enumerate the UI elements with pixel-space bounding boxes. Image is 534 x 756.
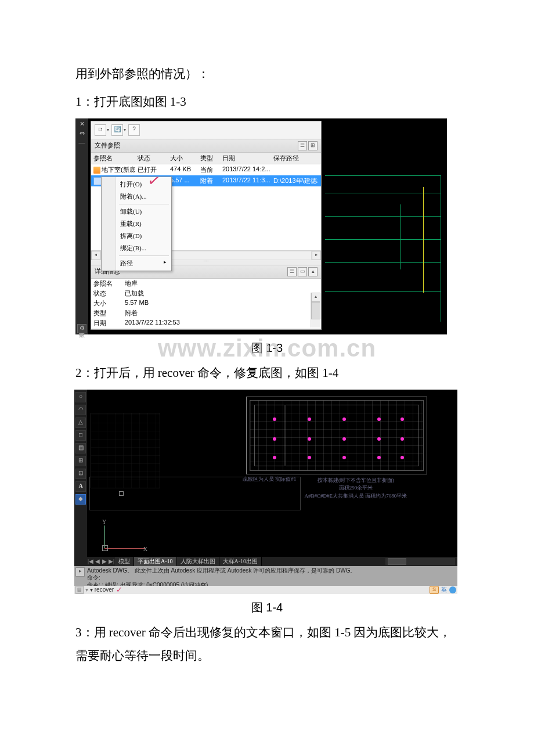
- col-path[interactable]: 保存路径: [271, 153, 317, 164]
- ime-indicator: S 英: [430, 586, 456, 594]
- tool-text-icon[interactable]: A: [75, 481, 86, 492]
- col-type[interactable]: 类型: [198, 153, 220, 164]
- detail-row: 状态已加载: [91, 289, 321, 298]
- figure-1-3-caption: 图 1-3: [75, 340, 459, 356]
- tab-prev-icon[interactable]: ◀: [94, 558, 101, 564]
- step-2: 2：打开后，用 recover 命令，修复底图，如图 1-4: [75, 362, 459, 385]
- ime-mode-icon[interactable]: [449, 586, 456, 593]
- v-scrollbar[interactable]: ▴: [311, 293, 320, 327]
- tool-grid-icon[interactable]: ⊡: [75, 469, 86, 479]
- minimize-icon[interactable]: —: [79, 139, 85, 146]
- detail-row: 参照名地库: [91, 279, 321, 289]
- preview-view-icon[interactable]: ▭: [298, 267, 307, 276]
- tab-layout-defense[interactable]: 人防大样出图: [177, 557, 219, 566]
- figure-1-4-caption: 图 1-4: [75, 600, 459, 615]
- tool-table-icon[interactable]: ⊞: [75, 456, 86, 466]
- panel-toolbar: 🗅 ▾ 🔄 ▾ ?: [91, 121, 321, 139]
- tool-arc-icon[interactable]: ◠: [75, 405, 86, 415]
- menu-reload[interactable]: 重载(R): [103, 218, 170, 230]
- tool-diamond-icon[interactable]: ◆: [75, 494, 86, 505]
- detail-row: 日期2013/7/22 11:32:53: [91, 318, 321, 328]
- tab-next-icon[interactable]: ▶: [101, 558, 108, 564]
- detail-row: 类型附着: [91, 308, 321, 318]
- cmd-line: 命令:: [87, 574, 455, 582]
- command-input-row: ▤ ▾ ▾ recover ✓ S 英: [74, 586, 457, 594]
- table-header: 参照名 状态 大小 类型 日期 保存路径: [91, 153, 321, 164]
- close-icon[interactable]: ✕: [80, 120, 85, 128]
- details-pane: 参照名地库 状态已加载 大小5.57 MB 类型附着 日期2013/7/22 1…: [91, 279, 321, 328]
- tool-rect-icon[interactable]: □: [75, 430, 86, 441]
- step-3: 3：用 recover 命令后出现修复的文本窗口，如图 1-5 因为底图比较大，…: [75, 621, 459, 668]
- tab-layout-detail-a10[interactable]: 大样A-10出图: [219, 557, 262, 566]
- attach-dwg-icon[interactable]: 🗅: [95, 124, 106, 136]
- collapse-icon[interactable]: ▴: [308, 267, 317, 276]
- menu-detach[interactable]: 拆离(D): [103, 230, 170, 242]
- chevron-down-icon[interactable]: ▾: [107, 127, 109, 132]
- refresh-icon[interactable]: 🔄: [111, 124, 123, 136]
- chevron-right-icon: ▸: [164, 259, 167, 265]
- col-name[interactable]: 参照名: [91, 153, 135, 164]
- figure-1-4: ○ ◠ △ □ ▧ ⊞ ⊡ A ◆: [74, 390, 457, 594]
- paragraph-context: 用到外部参照的情况）：: [75, 63, 459, 86]
- tab-scrollbar[interactable]: [385, 558, 455, 565]
- scroll-thumb[interactable]: [311, 302, 320, 319]
- menu-unload[interactable]: 卸载(U): [103, 206, 170, 218]
- list-view-icon[interactable]: ☰: [298, 141, 307, 150]
- tab-layout-a10[interactable]: 平面出图A-10: [134, 557, 177, 566]
- menu-path[interactable]: 路径▸: [103, 257, 170, 269]
- help-icon[interactable]: ?: [128, 124, 140, 136]
- col-status[interactable]: 状态: [135, 153, 168, 164]
- dock-icon[interactable]: ⇔: [80, 129, 85, 137]
- step-1: 1：打开底图如图 1-3: [75, 91, 459, 114]
- command-input[interactable]: ▾ recover: [90, 586, 114, 593]
- scroll-left-icon[interactable]: ◂: [91, 251, 100, 260]
- tool-circle-icon[interactable]: ○: [75, 392, 86, 402]
- viewport-frame: [89, 477, 301, 510]
- chevron-down-icon[interactable]: ▾: [124, 127, 126, 132]
- dwg-icon: [93, 167, 100, 174]
- col-size[interactable]: 大小: [168, 153, 198, 164]
- scroll-up-icon[interactable]: ▴: [311, 293, 320, 302]
- command-prompt-icon[interactable]: ▤: [75, 586, 84, 594]
- figure-1-3: ✕ ⇔ — 外部参照 ⚙ 🗅 ▾ 🔄 ▾ ? 文件参照 ☰ ⊞ 参照名: [75, 118, 447, 334]
- tool-hatch-icon[interactable]: ▧: [75, 443, 86, 453]
- xref-icon: [93, 177, 102, 185]
- tool-palette: ○ ◠ △ □ ▧ ⊞ ⊡ A ◆: [74, 390, 87, 581]
- layout-tabs: |◀ ◀ ▶ ▶| 模型 平面出图A-10 人防大样出图 大样A-10出图: [87, 557, 457, 566]
- tab-first-icon[interactable]: |◀: [87, 558, 94, 564]
- table-row[interactable]: 地下室(新底... 已打开 474 KB 当前 2013/7/22 14:2..…: [91, 164, 321, 175]
- command-history: ▸ Autodesk DWG。 此文件上次由 Autodesk 应用程序或 Au…: [74, 566, 457, 586]
- annotation-check-icon: ✓: [116, 585, 122, 594]
- file-refs-header: 文件参照 ☰ ⊞: [91, 139, 321, 153]
- cad-canvas[interactable]: 疏散区为人员 实际值#1 按本栋建(时下不含车位且非折面) 面积290余平米 A…: [87, 390, 457, 557]
- command-area-icon[interactable]: ▸: [75, 567, 85, 577]
- details-view-icon[interactable]: ☰: [287, 267, 297, 276]
- tab-model[interactable]: 模型: [115, 557, 134, 566]
- detail-row: 大小5.57 MB: [91, 298, 321, 308]
- menu-bind[interactable]: 绑定(B)...: [103, 242, 170, 254]
- tab-last-icon[interactable]: ▶|: [108, 558, 115, 564]
- tree-view-icon[interactable]: ⊞: [308, 141, 317, 150]
- ime-s-icon[interactable]: S: [430, 586, 439, 594]
- tool-triangle-icon[interactable]: △: [75, 417, 86, 428]
- col-date[interactable]: 日期: [220, 153, 271, 164]
- panel-drag-bar[interactable]: ✕ ⇔ —: [75, 118, 88, 334]
- cmd-line: Autodesk DWG。 此文件上次由 Autodesk 应用程序或 Auto…: [87, 567, 455, 575]
- context-menu: 打开(O) 附着(A)... 卸载(U) 重载(R) 拆离(D) 绑定(B)..…: [101, 177, 172, 271]
- file-refs-label: 文件参照: [95, 141, 120, 150]
- cad-canvas: [325, 123, 447, 327]
- menu-attach[interactable]: 附着(A)...: [103, 190, 170, 203]
- axis-ucs: Y X: [104, 525, 145, 549]
- panel-properties-icon[interactable]: ⚙: [77, 324, 86, 333]
- ime-lang[interactable]: 英: [441, 586, 447, 594]
- scroll-right-icon[interactable]: ▸: [312, 251, 321, 260]
